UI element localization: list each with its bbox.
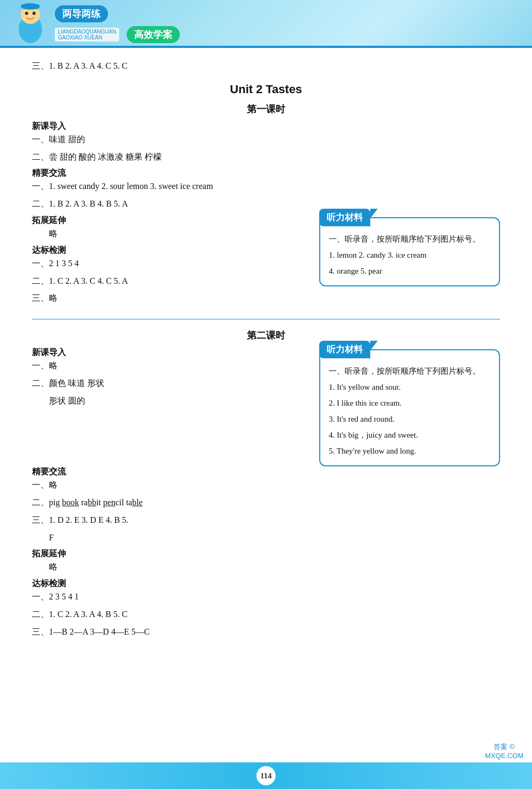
lesson2-xinkechao-block: 新课导入 一、略 二、颜色 味道 形状 形状 圆的 xyxy=(32,347,309,408)
lesson2-listening-intro: 一、听录音，按所听顺序给下列图片标号。 xyxy=(329,363,491,379)
svg-rect-5 xyxy=(22,5,38,9)
lesson2-left-top: 新课导入 一、略 二、颜色 味道 形状 形状 圆的 xyxy=(32,347,309,412)
lesson2-listening-item3: 4. It's big，juicy and sweet. xyxy=(329,427,491,443)
header-logo: 两导两练 LIANGDAOQUANGUAN GAOXIAO XUEAN 高效学案 xyxy=(55,5,180,43)
lesson2-jingyao-line2: 二、pig book rabbit pencil table xyxy=(32,495,500,511)
lesson1-two-col: 拓展延伸 略 达标检测 一、2 1 3 5 4 二、1. C 2. A 3. C… xyxy=(32,215,500,309)
logo-subtitle1: LIANGDAOQUANGUAN xyxy=(58,29,116,35)
unit-title: Unit 2 Tastes xyxy=(32,83,500,96)
bottom-bar: 114 xyxy=(0,762,532,789)
lesson2-jingyao-line1: 一、略 xyxy=(32,478,500,493)
lesson2-xinkechao-line1: 一、略 xyxy=(32,358,309,374)
lesson1-listening-content: 一、听录音，按所听顺序给下列图片标号。 1. lemon 2. candy 3.… xyxy=(329,231,491,279)
lesson2-listening-box: 听力材料 一、听录音，按所听顺序给下列图片标号。 1. It's yellow … xyxy=(319,349,500,466)
watermark: 答案 © MXQE.COM xyxy=(485,742,523,760)
lesson1-dabia-block: 达标检测 一、2 1 3 5 4 二、1. C 2. A 3. C 4. C 5… xyxy=(32,245,309,306)
mascot-icon xyxy=(11,3,51,45)
lesson2-listening-item0: 1. It's yellow and sour. xyxy=(329,379,491,395)
lesson1-dabia-label: 达标检测 xyxy=(32,245,309,256)
lesson2-top-two-col: 新课导入 一、略 二、颜色 味道 形状 形状 圆的 听力材料 一、听录音，按所听… xyxy=(32,347,500,466)
lesson2-jingyao-line3: 三、1. D 2. E 3. D E 4. B 5. xyxy=(32,513,500,528)
lesson2-listening-content: 一、听录音，按所听顺序给下列图片标号。 1. It's yellow and s… xyxy=(329,363,491,459)
lesson2-xinkechao-line2: 二、颜色 味道 形状 xyxy=(32,376,309,391)
logo-badge-main: 两导两练 xyxy=(55,5,108,22)
lesson2-listening-item2: 3. It's red and round. xyxy=(329,411,491,427)
lesson2-listening-title: 听力材料 xyxy=(319,341,370,358)
main-content: 三、1. B 2. A 3. A 4. C 5. C Unit 2 Tastes… xyxy=(0,48,532,675)
lesson1-title: 第一课时 xyxy=(32,103,500,116)
lesson2-jingyao-label: 精要交流 xyxy=(32,466,500,478)
lesson2-dabia-block: 达标检测 一、2 3 5 4 1 二、1. C 2. A 3. A 4. B 5… xyxy=(32,578,500,639)
svg-point-2 xyxy=(25,12,28,15)
lesson2-xinkechao-label: 新课导入 xyxy=(32,347,309,358)
lesson1-xinkechao-block: 新课导入 一、味道 甜的 二、尝 甜的 酸的 冰激凌 糖果 柠檬 xyxy=(32,121,500,165)
lesson1-tuozhan-block: 拓展延伸 略 xyxy=(32,215,309,242)
lesson2-tuozhan-line1: 略 xyxy=(49,560,500,575)
lesson2-dabia-line1: 一、2 3 5 4 1 xyxy=(32,589,500,605)
lesson2-jingyao-line4: F xyxy=(49,530,500,546)
top-answers: 三、1. B 2. A 3. A 4. C 5. C xyxy=(32,59,500,74)
lesson1-xinkechao-label: 新课导入 xyxy=(32,121,500,132)
lesson2-tuozhan-block: 拓展延伸 略 xyxy=(32,548,500,575)
lesson1-listening-box: 听力材料 一、听录音，按所听顺序给下列图片标号。 1. lemon 2. can… xyxy=(319,217,500,286)
lesson1-jingyao-line1: 一、1. sweet candy 2. sour lemon 3. sweet … xyxy=(32,179,500,194)
lesson1-listening-title: 听力材料 xyxy=(319,209,370,226)
page-number: 114 xyxy=(256,766,276,785)
lesson1-xinkechao-line1: 一、味道 甜的 xyxy=(32,132,500,147)
lesson2-right-top: 听力材料 一、听录音，按所听顺序给下列图片标号。 1. It's yellow … xyxy=(319,347,500,466)
header-divider xyxy=(0,46,532,48)
lesson2-dabia-label: 达标检测 xyxy=(32,578,500,589)
lesson1-right: 听力材料 一、听录音，按所听顺序给下列图片标号。 1. lemon 2. can… xyxy=(319,215,500,286)
lesson1-listening-item0: 1. lemon 2. candy 3. ice cream xyxy=(329,247,491,263)
logo-badge-secondary: 高效学案 xyxy=(127,26,180,43)
lesson1-dabia-line3: 三、略 xyxy=(32,291,309,306)
lesson2-jingyao-block: 精要交流 一、略 二、pig book rabbit pencil table … xyxy=(32,466,500,545)
lesson2-listening-item4: 5. They're yellow and long. xyxy=(329,443,491,459)
lesson2-listening-item1: 2. I like this ice cream. xyxy=(329,395,491,411)
lesson1-xinkechao-line2: 二、尝 甜的 酸的 冰激凌 糖果 柠檬 xyxy=(32,150,500,165)
lesson1-listening-intro: 一、听录音，按所听顺序给下列图片标号。 xyxy=(329,231,491,247)
lesson2-xinkechao-line3: 形状 圆的 xyxy=(49,393,309,409)
lesson1-dabia-line2: 二、1. C 2. A 3. C 4. C 5. A xyxy=(32,274,309,289)
lesson1-jingyao-label: 精要交流 xyxy=(32,168,500,179)
lesson1-tuozhan-line1: 略 xyxy=(49,226,309,242)
lesson1-left: 拓展延伸 略 达标检测 一、2 1 3 5 4 二、1. C 2. A 3. C… xyxy=(32,215,309,309)
svg-point-3 xyxy=(32,12,36,15)
lesson1-jingyao-block: 精要交流 一、1. sweet candy 2. sour lemon 3. s… xyxy=(32,168,500,212)
lesson1-listening-item1: 4. orange 5. pear xyxy=(329,263,491,279)
lesson2-dabia-line3: 三、1—B 2—A 3—D 4—E 5—C xyxy=(32,624,500,640)
lesson2-tuozhan-label: 拓展延伸 xyxy=(32,548,500,560)
page-header: 两导两练 LIANGDAOQUANGUAN GAOXIAO XUEAN 高效学案 xyxy=(0,0,532,48)
logo-subtitle2: GAOXIAO XUEAN xyxy=(58,35,116,40)
lesson1-jingyao-line2: 二、1. B 2. A 3. B 4. B 5. A xyxy=(32,196,500,212)
lesson1-dabia-line1: 一、2 1 3 5 4 xyxy=(32,256,309,272)
lesson2-title: 第二课时 xyxy=(32,329,500,342)
section-divider xyxy=(32,319,500,319)
lesson1-tuozhan-label: 拓展延伸 xyxy=(32,215,309,226)
lesson2-dabia-line2: 二、1. C 2. A 3. A 4. B 5. C xyxy=(32,607,500,622)
